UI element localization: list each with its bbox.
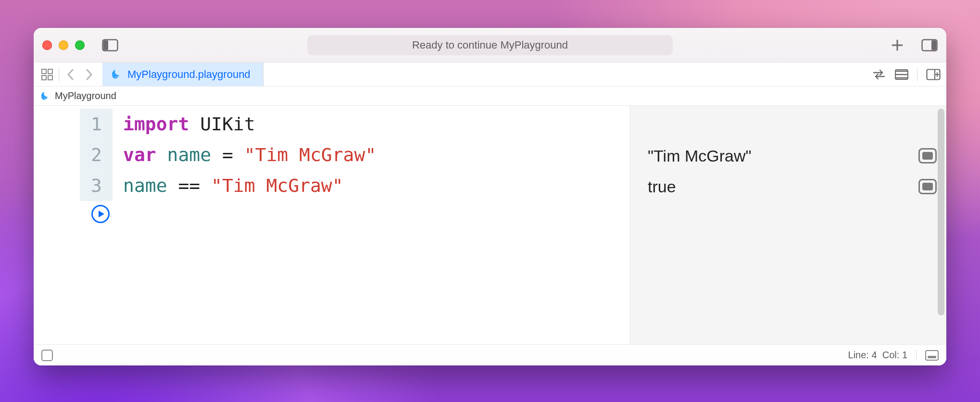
jump-button[interactable]: [872, 69, 886, 80]
code-text: var name = "Tim McGraw": [113, 139, 376, 170]
titlebar-right-controls: [891, 38, 938, 52]
result-row[interactable]: "Tim McGraw": [630, 140, 946, 171]
col-value: 1: [902, 350, 907, 360]
close-window-button[interactable]: [42, 40, 52, 50]
file-tab-label: MyPlayground.playground: [127, 68, 251, 81]
svg-rect-6: [42, 75, 46, 80]
result-row-spacer: [630, 110, 946, 140]
string-literal: "Tim McGraw": [211, 175, 343, 196]
grid-icon: [41, 68, 53, 81]
code-line: 2 var name = "Tim McGraw": [34, 139, 630, 170]
add-editor-button[interactable]: [926, 69, 941, 80]
code-line: 3 name == "Tim McGraw": [34, 170, 630, 201]
statusbar: Line: 4 Col: 1: [34, 344, 946, 365]
line-number: 3: [34, 170, 113, 201]
divider: [917, 68, 917, 81]
xcode-window: Ready to continue MyPlayground: [34, 28, 946, 365]
svg-rect-3: [931, 40, 936, 50]
main-split: 1 import UIKit 2 var name = "Tim McGraw"…: [34, 106, 946, 344]
identifier-name: name: [123, 175, 167, 196]
operator-eqeq: ==: [178, 175, 200, 196]
toggle-console-button[interactable]: [925, 350, 939, 361]
keyword-import: import: [123, 113, 189, 135]
minimize-window-button[interactable]: [59, 40, 68, 50]
breadcrumb-label: MyPlayground: [55, 90, 116, 101]
toggle-debug-area-button[interactable]: [41, 350, 53, 361]
result-row[interactable]: true: [630, 171, 946, 202]
svg-rect-7: [48, 75, 52, 80]
line-number: 1: [34, 109, 113, 139]
divider: [59, 68, 59, 81]
svg-rect-4: [42, 69, 46, 74]
activity-status[interactable]: Ready to continue MyPlayground: [307, 35, 673, 55]
swift-file-icon: [40, 91, 50, 101]
sidebar-left-icon: [102, 39, 118, 51]
tabbar: MyPlayground.playground: [34, 63, 946, 87]
swap-arrows-icon: [872, 69, 886, 80]
add-editor-icon: [926, 69, 941, 80]
divider: [916, 350, 917, 361]
results-sidebar: "Tim McGraw" true: [630, 106, 946, 344]
play-icon: [97, 210, 105, 218]
add-button[interactable]: [891, 38, 904, 52]
tabbar-right: [872, 63, 941, 86]
quicklook-button[interactable]: [918, 148, 937, 163]
chevron-left-icon: [66, 68, 75, 81]
toggle-right-sidebar-button[interactable]: [921, 39, 938, 51]
chevron-right-icon: [85, 68, 93, 81]
identifier-uikit: UIKit: [200, 113, 255, 135]
toggle-left-sidebar-button[interactable]: [102, 39, 118, 51]
line-number: 2: [34, 139, 113, 170]
zoom-window-button[interactable]: [75, 40, 85, 50]
titlebar: Ready to continue MyPlayground: [34, 28, 946, 63]
identifier-name: name: [167, 144, 212, 165]
swift-file-icon: [111, 69, 122, 80]
file-tab[interactable]: MyPlayground.playground: [102, 63, 264, 86]
related-items-button[interactable]: [40, 68, 54, 81]
result-value: true: [648, 177, 676, 196]
quicklook-button[interactable]: [918, 179, 937, 194]
adjust-editor-options-button[interactable]: [895, 69, 908, 80]
plus-icon: [891, 38, 904, 52]
code-text: import UIKit: [113, 109, 255, 139]
nav-forward-button[interactable]: [82, 68, 96, 81]
operator-assign: =: [222, 144, 233, 165]
code-content: 1 import UIKit 2 var name = "Tim McGraw"…: [34, 106, 630, 201]
code-line: 1 import UIKit: [34, 109, 630, 139]
source-editor[interactable]: 1 import UIKit 2 var name = "Tim McGraw"…: [34, 106, 630, 344]
jump-bar[interactable]: MyPlayground: [34, 87, 946, 106]
tabbar-left: [34, 63, 102, 86]
code-text: name == "Tim McGraw": [113, 170, 343, 201]
keyword-var: var: [123, 144, 156, 165]
line-value: 4: [871, 350, 877, 360]
run-playground-button[interactable]: [91, 205, 110, 223]
sidebar-right-icon: [921, 39, 938, 51]
nav-back-button[interactable]: [64, 68, 77, 81]
col-label: Col:: [882, 350, 900, 360]
vertical-scrollbar[interactable]: [938, 109, 944, 315]
editor-options-icon: [895, 69, 908, 80]
svg-rect-5: [48, 69, 52, 74]
line-label: Line:: [848, 350, 869, 360]
string-literal: "Tim McGraw": [244, 144, 377, 165]
svg-rect-1: [103, 40, 108, 50]
traffic-lights: [42, 40, 85, 50]
cursor-position: Line: 4 Col: 1: [848, 350, 907, 361]
result-value: "Tim McGraw": [648, 147, 752, 165]
activity-status-text: Ready to continue MyPlayground: [412, 39, 568, 51]
